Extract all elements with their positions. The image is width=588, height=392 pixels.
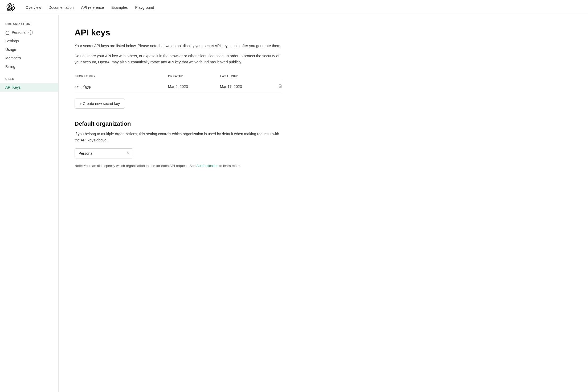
key-created: Mar 5, 2023	[168, 80, 220, 93]
default-org-title: Default organization	[75, 120, 282, 127]
sidebar-item-billing[interactable]: Billing	[0, 62, 58, 71]
note-suffix: to learn more.	[218, 164, 241, 168]
delete-key-icon[interactable]	[278, 84, 282, 89]
key-delete-cell	[272, 80, 282, 93]
briefcase-icon	[5, 30, 10, 35]
key-value: sk-...Ygyp	[75, 80, 168, 93]
nav-item-overview[interactable]: Overview	[26, 5, 41, 10]
col-header-last-used: LAST USED	[220, 72, 272, 80]
col-header-secret-key: SECRET KEY	[75, 72, 168, 80]
sidebar-item-usage[interactable]: Usage	[0, 45, 58, 54]
description-2: Do not share your API key with others, o…	[75, 53, 282, 65]
nav-links: Overview Documentation API reference Exa…	[26, 5, 154, 10]
create-new-secret-key-button[interactable]: + Create new secret key	[75, 99, 125, 109]
col-header-created: CREATED	[168, 72, 220, 80]
org-name: Personal	[12, 30, 26, 35]
main-content: API keys Your secret API keys are listed…	[59, 15, 298, 392]
key-last-used: Mar 17, 2023	[220, 80, 272, 93]
api-keys-table: SECRET KEY CREATED LAST USED sk-...Ygyp …	[75, 72, 282, 93]
authentication-link[interactable]: Authentication	[196, 164, 218, 168]
sidebar-item-api-keys[interactable]: API Keys	[0, 83, 58, 92]
page-layout: ORGANIZATION Personal i Settings Usage M…	[0, 15, 588, 392]
org-select[interactable]: Personal	[75, 148, 133, 158]
nav-item-playground[interactable]: Playground	[135, 5, 154, 10]
org-section-label: ORGANIZATION	[0, 22, 58, 28]
user-section-label: USER	[0, 77, 58, 83]
nav-item-api-reference[interactable]: API reference	[81, 5, 104, 10]
sidebar: ORGANIZATION Personal i Settings Usage M…	[0, 15, 59, 392]
description-1: Your secret API keys are listed below. P…	[75, 43, 282, 49]
svg-rect-1	[279, 85, 281, 88]
info-icon[interactable]: i	[28, 30, 33, 35]
note-text: Note: You can also specify which organiz…	[75, 163, 261, 169]
nav-item-examples[interactable]: Examples	[111, 5, 128, 10]
org-select-wrapper: Personal	[75, 148, 133, 158]
top-navigation: Overview Documentation API reference Exa…	[0, 0, 588, 15]
openai-logo	[6, 3, 15, 12]
table-row: sk-...Ygyp Mar 5, 2023 Mar 17, 2023	[75, 80, 282, 93]
sidebar-item-settings[interactable]: Settings	[0, 37, 58, 45]
sidebar-org-item[interactable]: Personal i	[0, 28, 58, 37]
page-title: API keys	[75, 28, 282, 38]
note-prefix: Note: You can also specify which organiz…	[75, 164, 196, 168]
sidebar-item-members[interactable]: Members	[0, 54, 58, 62]
nav-item-documentation[interactable]: Documentation	[48, 5, 74, 10]
default-org-description: If you belong to multiple organizations,…	[75, 131, 282, 143]
col-header-actions	[272, 72, 282, 80]
svg-rect-0	[6, 32, 9, 34]
